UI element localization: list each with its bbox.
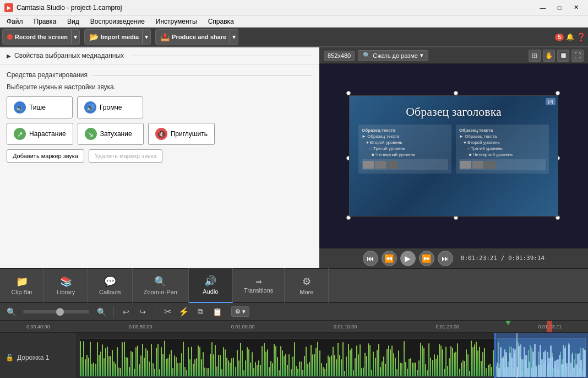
- menu-help[interactable]: Справка: [204, 17, 238, 26]
- tab-clip-bin[interactable]: 📁 Clip Bin: [0, 268, 44, 303]
- record-arrow[interactable]: ▾: [71, 29, 80, 45]
- import-button[interactable]: 📂 Import media: [84, 29, 144, 45]
- preview-hand-icon[interactable]: ✋: [543, 50, 555, 62]
- undo-button[interactable]: ↩: [119, 305, 133, 318]
- clip-bin-icon: 📁: [16, 276, 28, 288]
- left-panel: ▶ Свойства выбранных медиаданных Средств…: [0, 47, 319, 268]
- playhead-marker[interactable]: [505, 321, 511, 325]
- menu-tools[interactable]: Инструменты: [151, 17, 202, 26]
- handle-tr[interactable]: [556, 91, 560, 95]
- fast-forward-button[interactable]: ⏩: [419, 251, 434, 266]
- header-divider: [132, 56, 312, 56]
- track-content[interactable]: USER-LIFE.RU: [77, 333, 588, 378]
- tab-transitions[interactable]: ⇒ Transitions: [233, 268, 285, 303]
- bottom-tabs: 📁 Clip Bin 📚 Library 💬 Callouts 🔍 Zoom-n…: [0, 268, 588, 303]
- track-settings-button[interactable]: ⚙ ▾: [231, 306, 249, 317]
- track-lock-icon[interactable]: 🔓: [6, 354, 14, 361]
- time-display: 0:01:23:21 / 0:01:39:14: [461, 255, 545, 262]
- redo-button[interactable]: ↪: [136, 305, 149, 318]
- handle-tc[interactable]: [454, 91, 458, 95]
- callouts-icon: 💬: [104, 276, 116, 288]
- handle-tl[interactable]: [346, 91, 351, 95]
- zoom-icon: 🔍: [363, 52, 371, 59]
- window-title: Camtasia Studio - project-1.camproj: [17, 4, 535, 12]
- menu-edit[interactable]: Правка: [30, 17, 61, 26]
- zoom-n-pan-icon: 🔍: [154, 276, 166, 288]
- track-1-label: 🔓 Дорожка 1: [0, 333, 77, 378]
- tab-zoom-n-pan[interactable]: 🔍 Zoom-n-Pan: [133, 268, 189, 303]
- highlight-region: [494, 333, 588, 378]
- zoom-in-button[interactable]: 🔍: [95, 305, 108, 318]
- audio-buttons-row-2: ↗ Нарастание ↘ Затухание 🔇 Приглушить: [7, 123, 312, 145]
- copy-button[interactable]: ⧉: [194, 305, 207, 318]
- zoom-button[interactable]: 🔍 Сжать до разме ▾: [358, 50, 428, 61]
- notification-count[interactable]: 5: [555, 34, 564, 41]
- bell-icon[interactable]: 🔔: [566, 33, 574, 41]
- quieter-button[interactable]: 🔈 Тише: [7, 96, 73, 118]
- maximize-button[interactable]: □: [552, 2, 567, 13]
- zoom-slider[interactable]: [23, 310, 89, 314]
- window-controls: — □ ✕: [535, 2, 584, 13]
- audio-icon: 🔊: [204, 275, 216, 287]
- fadeout-button[interactable]: ↘ Затухание: [78, 123, 144, 145]
- time-mark-2: 0:00:50:00: [129, 324, 153, 330]
- play-pause-button[interactable]: ▶: [400, 251, 416, 266]
- mute-button[interactable]: 🔇 Приглушить: [148, 123, 215, 145]
- cut-button[interactable]: ✂: [161, 305, 174, 318]
- sound-description: Выберите нужные настройки звука.: [7, 83, 312, 91]
- tab-callouts[interactable]: 💬 Callouts: [88, 268, 133, 303]
- preview-fit-icon[interactable]: ⊞: [529, 50, 541, 62]
- fadein-button[interactable]: ↗ Нарастание: [7, 123, 73, 145]
- folder-icon: 📂: [89, 33, 99, 41]
- menu-view[interactable]: Вид: [63, 17, 84, 26]
- panel-content: Средства редактирования Выберите нужные …: [0, 64, 319, 268]
- title-bar: ▶ Camtasia Studio - project-1.camproj — …: [0, 0, 588, 15]
- paste-button[interactable]: 📋: [210, 305, 224, 318]
- skip-to-end-button[interactable]: ⏭: [438, 251, 453, 266]
- zoom-slider-thumb[interactable]: [56, 308, 64, 316]
- ruler-marks: 0:00:40:00 0:00:50:00 0:01:00:00 0:01:10…: [4, 324, 584, 330]
- record-dot: [7, 34, 13, 40]
- track-labels: 🔓 Дорожка 1: [0, 333, 77, 378]
- preview-zoom-out-icon[interactable]: 🔲: [557, 50, 569, 62]
- preview-fullscreen-icon[interactable]: ⛶: [571, 50, 584, 62]
- right-panel: 852x480 🔍 Сжать до разме ▾ ⊞ ✋ 🔲 ⛶: [319, 47, 588, 268]
- app-icon: ▶: [4, 3, 13, 12]
- toolbar: Record the screen ▾ 📂 Import media ▾ 📤 P…: [0, 28, 588, 47]
- louder-button[interactable]: 🔊 Громче: [77, 96, 143, 118]
- timeline-area: 🔍 🔍 ↩ ↪ ✂ ⚡ ⧉ 📋 ⚙ ▾ 0:00:40:00 0:00:50:0…: [0, 303, 588, 378]
- tab-more[interactable]: ⚙ More: [285, 268, 329, 303]
- produce-icon: 📤: [160, 33, 170, 41]
- preview-controls: ⏮ ⏪ ▶ ⏩ ⏭ 0:01:23:21 / 0:01:39:14: [319, 248, 588, 268]
- slide-col-2: Образец текста ► Образец текста ● Второй…: [456, 125, 549, 174]
- menu-file[interactable]: Файл: [2, 17, 28, 26]
- record-button[interactable]: Record the screen: [2, 29, 73, 45]
- menu-bar: Файл Правка Вид Воспроизведение Инструме…: [0, 15, 588, 28]
- transitions-icon: ⇒: [255, 277, 262, 286]
- remove-marker-button[interactable]: Удалить маркер звука: [89, 149, 162, 163]
- end-marker[interactable]: [547, 321, 552, 333]
- rewind-button[interactable]: ⏪: [382, 251, 397, 266]
- timeline-ruler: 0:00:40:00 0:00:50:00 0:01:00:00 0:01:10…: [0, 321, 588, 333]
- louder-icon: 🔊: [84, 101, 96, 114]
- import-arrow[interactable]: ▾: [142, 29, 151, 45]
- produce-arrow[interactable]: ▾: [230, 29, 238, 45]
- preview-slide: {#} Образец заголовка Образец текста ► О…: [349, 95, 558, 217]
- produce-label: Produce and share: [172, 34, 226, 40]
- notifications: 5 🔔 ❓: [555, 33, 586, 41]
- minimize-button[interactable]: —: [535, 2, 551, 13]
- tab-library[interactable]: 📚 Library: [44, 268, 88, 303]
- close-button[interactable]: ✕: [568, 2, 584, 13]
- menu-playback[interactable]: Воспроизведение: [86, 17, 149, 26]
- skip-to-start-button[interactable]: ⏮: [363, 251, 378, 266]
- panel-header: ▶ Свойства выбранных медиаданных: [0, 47, 319, 64]
- preview-canvas: {#} Образец заголовка Образец текста ► О…: [319, 64, 588, 248]
- help-icon[interactable]: ❓: [576, 33, 586, 41]
- zoom-arrow: ▾: [420, 52, 423, 59]
- time-mark-5: 0:01:20:00: [436, 324, 460, 330]
- produce-button[interactable]: 📤 Produce and share: [155, 29, 231, 45]
- split-button[interactable]: ⚡: [177, 305, 190, 318]
- tab-audio[interactable]: 🔊 Audio: [189, 268, 233, 303]
- add-marker-button[interactable]: Добавить маркер звука: [7, 149, 84, 163]
- timeline-search-button[interactable]: 🔍: [4, 305, 18, 318]
